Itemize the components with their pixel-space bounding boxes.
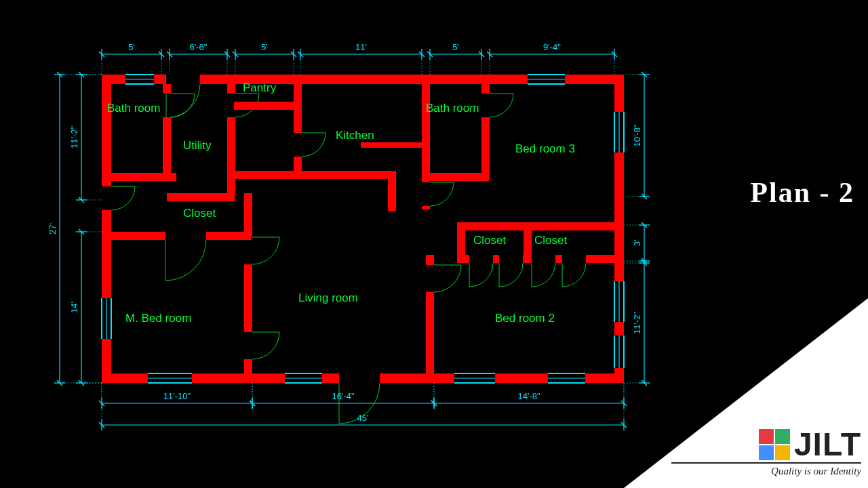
wall [426,292,434,383]
door-arc [434,265,461,292]
wall [457,255,469,263]
room-label: Bed room 3 [515,142,575,155]
floor-plan-canvas: Bath roomUtilityPantryKitchenBath roomBe… [0,0,678,488]
jilt-tagline: Quality is our Identity [671,462,861,477]
wall [227,84,235,94]
wall [429,173,489,181]
dimension-label: 10'-8" [632,124,642,147]
dimension-label: 14' [69,302,79,313]
dimension-label: 5' [128,42,135,52]
wall [244,193,252,237]
door-arc [252,332,279,359]
dimension-label: 6'-6" [190,42,208,52]
door-arc [302,133,326,157]
room-label: Kitchen [336,129,374,142]
jilt-grid-icon [759,429,790,460]
wall [524,222,532,260]
wall [234,171,393,179]
wall [227,117,235,196]
wall [457,222,465,260]
jilt-brand-block: JILT Quality is our Identity [665,425,868,481]
room-label: Closet [183,207,216,220]
room-label: Pantry [243,81,277,94]
wall [163,117,171,179]
door-arc [430,182,454,206]
dimension-label: 11'-2" [69,126,79,149]
wall [111,232,165,240]
dimension-label: 9'-4" [543,42,561,52]
dimension-label: 5' [452,42,459,52]
door-arc [562,263,586,287]
wall [586,255,614,263]
dimension-label: 14'-8" [517,391,540,401]
wall [523,255,532,263]
door-arc [490,94,513,117]
jilt-name: JILT [794,430,861,459]
wall [167,193,235,201]
door-arc [165,240,206,281]
wall [422,206,430,209]
door-arc [111,186,135,210]
dimension-label: 27' [47,223,58,235]
dimension-label: 45' [357,413,369,423]
wall [426,255,434,265]
door-arc [499,263,523,287]
wall [234,102,300,110]
dimension-label: 16'-4" [332,391,355,401]
room-label: Living room [298,291,358,304]
room-label: Bath room [107,102,160,115]
plan-title: Plan - 2 [750,176,854,209]
door-arc [532,263,555,287]
dimension-label: 11'-10" [163,391,191,401]
room-label: Bath room [426,102,479,115]
wall [388,171,396,211]
door-arc [252,237,279,264]
wall [244,359,252,383]
dimension-label: 11' [355,42,367,52]
room-label: Closet [473,234,506,247]
wall [380,373,624,383]
room-label: Closet [534,234,567,247]
wall [481,84,490,94]
wall [163,84,171,94]
door-arc [166,84,200,118]
wall [457,222,614,230]
wall [422,84,430,182]
dimension-label: 5' [261,42,268,52]
wall [361,142,422,148]
wall [102,75,111,186]
room-label: Utility [183,139,212,152]
wall [244,264,252,332]
wall [111,173,176,181]
room-label: M. Bed room [125,312,191,325]
room-label: Bed room 2 [495,312,555,325]
wall [481,117,490,179]
dimension-label: 3' [632,240,642,247]
door-arc [469,263,493,287]
wall [102,210,111,383]
wall [555,255,562,263]
wall [493,255,499,263]
